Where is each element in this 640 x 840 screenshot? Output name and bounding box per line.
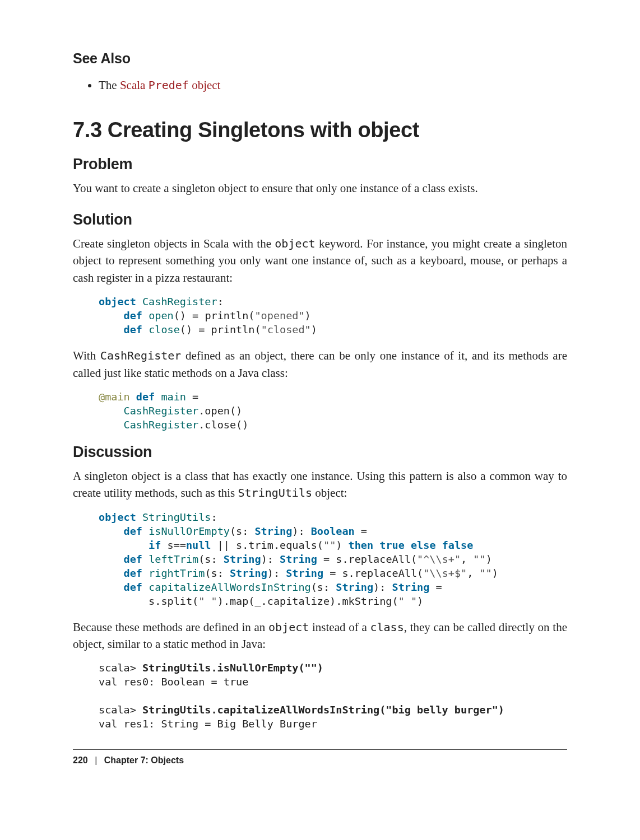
see-also-list: The Scala Predef object bbox=[73, 77, 567, 95]
scala-predef-link[interactable]: Scala Predef object bbox=[120, 78, 221, 92]
solution-p2: With CashRegister defined as an object, … bbox=[73, 347, 567, 381]
discussion-p2: Because these methods are defined in an … bbox=[73, 619, 567, 653]
problem-heading: Problem bbox=[73, 156, 567, 173]
discussion-p1: A singleton object is a class that has e… bbox=[73, 468, 567, 502]
code-stringutils: object StringUtils: def isNullOrEmpty(s:… bbox=[99, 511, 567, 609]
see-also-item: The Scala Predef object bbox=[99, 77, 567, 95]
code-cashregister-def: object CashRegister: def open() = printl… bbox=[99, 295, 567, 337]
code-repl: scala> StringUtils.isNullOrEmpty("") val… bbox=[99, 661, 567, 731]
discussion-heading: Discussion bbox=[73, 444, 567, 461]
problem-text: You want to create a singleton object to… bbox=[73, 180, 567, 197]
section-title: 7.3 Creating Singletons with object bbox=[73, 118, 567, 142]
see-also-prefix: The bbox=[99, 78, 120, 92]
solution-heading: Solution bbox=[73, 211, 567, 228]
see-also-heading: See Also bbox=[73, 50, 567, 67]
solution-p1: Create singleton objects in Scala with t… bbox=[73, 235, 567, 286]
chapter-label: Chapter 7: Objects bbox=[104, 755, 184, 765]
footer-separator: | bbox=[95, 755, 97, 765]
page-footer: 220 | Chapter 7: Objects bbox=[73, 755, 567, 766]
code-main-usage: @main def main = CashRegister.open() Cas… bbox=[99, 390, 567, 432]
page: See Also The Scala Predef object 7.3 Cre… bbox=[0, 0, 640, 840]
page-number: 220 bbox=[73, 755, 88, 765]
footer-rule bbox=[73, 749, 567, 750]
